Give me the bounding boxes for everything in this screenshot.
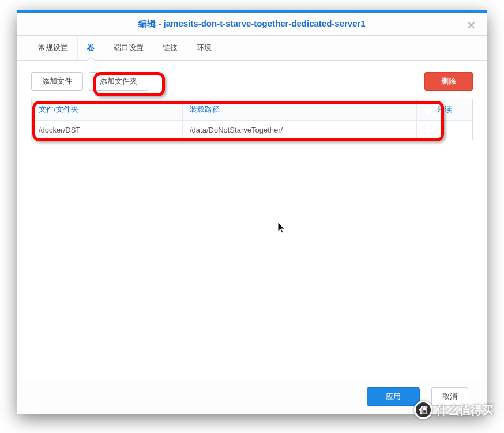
row-checkbox[interactable] (424, 126, 432, 134)
dialog-title: 编辑 - jamesits-don-t-starve-together-dedi… (138, 18, 365, 29)
apply-button[interactable]: 应用 (367, 387, 420, 406)
cell-mount[interactable]: /data/DoNotStarveTogether/ (183, 121, 417, 140)
tab-bar: 常规设置 卷 端口设置 链接 环境 (17, 36, 487, 61)
tab-links[interactable]: 链接 (153, 36, 187, 60)
cell-readonly[interactable] (417, 121, 472, 140)
header-mount[interactable]: 装载路径 (183, 99, 417, 120)
close-icon[interactable]: ✕ (463, 17, 480, 33)
watermark-badge-icon: 值 (414, 401, 432, 419)
tab-general[interactable]: 常规设置 (29, 36, 78, 60)
title-bar: 编辑 - jamesits-don-t-starve-together-dedi… (17, 10, 487, 36)
content-area: 添加文件 添加文件夹 删除 文件/文件夹 装载路径 只读 /docker/DST… (17, 61, 487, 379)
edit-dialog: 编辑 - jamesits-don-t-starve-together-dedi… (17, 10, 487, 414)
tab-volume[interactable]: 卷 (78, 36, 104, 60)
watermark-text: 什么值得买 (436, 402, 494, 418)
tab-environment[interactable]: 环境 (187, 36, 221, 60)
toolbar: 添加文件 添加文件夹 删除 (31, 72, 473, 91)
header-readonly[interactable]: 只读 (417, 99, 472, 120)
volume-table: 文件/文件夹 装载路径 只读 /docker/DST /data/DoNotSt… (31, 99, 473, 140)
table-row[interactable]: /docker/DST /data/DoNotStarveTogether/ (32, 121, 472, 140)
tab-ports[interactable]: 端口设置 (104, 36, 153, 60)
delete-button[interactable]: 删除 (424, 72, 473, 91)
header-path[interactable]: 文件/文件夹 (32, 99, 183, 120)
watermark: 值 什么值得买 (414, 401, 494, 419)
add-file-button[interactable]: 添加文件 (31, 72, 83, 91)
header-checkbox[interactable] (424, 106, 432, 114)
cell-path[interactable]: /docker/DST (32, 121, 183, 140)
header-readonly-label: 只读 (437, 104, 452, 115)
add-folder-button[interactable]: 添加文件夹 (89, 72, 148, 91)
table-header: 文件/文件夹 装载路径 只读 (32, 99, 472, 121)
